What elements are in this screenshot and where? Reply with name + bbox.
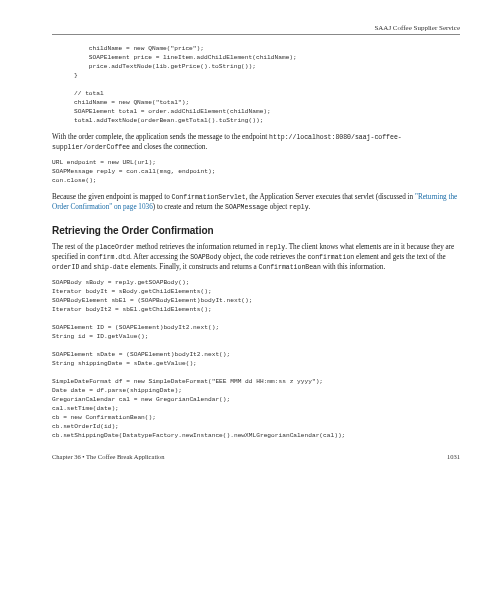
para3-placeorder: placeOrder <box>96 244 135 251</box>
paragraph-2: Because the given endpoint is mapped to … <box>52 192 460 213</box>
code-block-3: SOAPBody sBody = reply.getSOAPBody(); It… <box>52 279 460 441</box>
para3-m: and <box>79 263 93 271</box>
para3-confirmationbean: ConfirmationBean <box>258 264 320 271</box>
para3-soapbody: SOAPBody <box>190 254 221 261</box>
code-block-1: childName = new QName("price"); SOAPElem… <box>52 45 460 126</box>
para2-soapmessage: SOAPMessage <box>225 204 268 211</box>
para2-text-d: ) to create and return the <box>153 203 225 211</box>
para2-reply: reply <box>289 204 309 211</box>
para3-c: method retrieves the information returne… <box>135 243 266 251</box>
para2-servlet: ConfirmationServlet <box>172 194 246 201</box>
para3-k: element and gets the text of the <box>354 253 446 261</box>
para3-shipdate: ship-date <box>93 264 128 271</box>
page-header-title: SAAJ Coffee Supplier Service <box>52 24 460 32</box>
header-rule <box>52 34 460 35</box>
para3-orderid: orderID <box>52 264 79 271</box>
para3-i: object, the code retrieves the <box>221 253 307 261</box>
para3-a: The rest of the <box>52 243 96 251</box>
para3-confirmdtd: confirm.dtd <box>87 254 130 261</box>
footer-chapter: Chapter 36 • The Coffee Break Applicatio… <box>52 453 165 460</box>
code-block-2: URL endpoint = new URL(url); SOAPMessage… <box>52 159 460 186</box>
para3-reply: reply <box>266 244 286 251</box>
paragraph-3: The rest of the placeOrder method retrie… <box>52 242 460 273</box>
footer-page-number: 1031 <box>447 453 460 460</box>
section-heading: Retrieving the Order Confirmation <box>52 225 460 236</box>
para3-o: elements. Finally, it constructs and ret… <box>128 263 258 271</box>
para3-confirmation: confirmation <box>307 254 354 261</box>
paragraph-1: With the order complete, the application… <box>52 132 460 153</box>
para3-g: . After accessing the <box>130 253 190 261</box>
page-footer: Chapter 36 • The Coffee Break Applicatio… <box>52 453 460 460</box>
para2-text-h: . <box>309 203 311 211</box>
para2-text-a: Because the given endpoint is mapped to <box>52 193 172 201</box>
para3-q: with this information. <box>321 263 385 271</box>
para2-text-f: object <box>268 203 289 211</box>
para1-text-a: With the order complete, the application… <box>52 133 269 141</box>
para2-text-c: , the Application Server executes that s… <box>246 193 415 201</box>
para1-text-c: and closes the connection. <box>130 143 207 151</box>
